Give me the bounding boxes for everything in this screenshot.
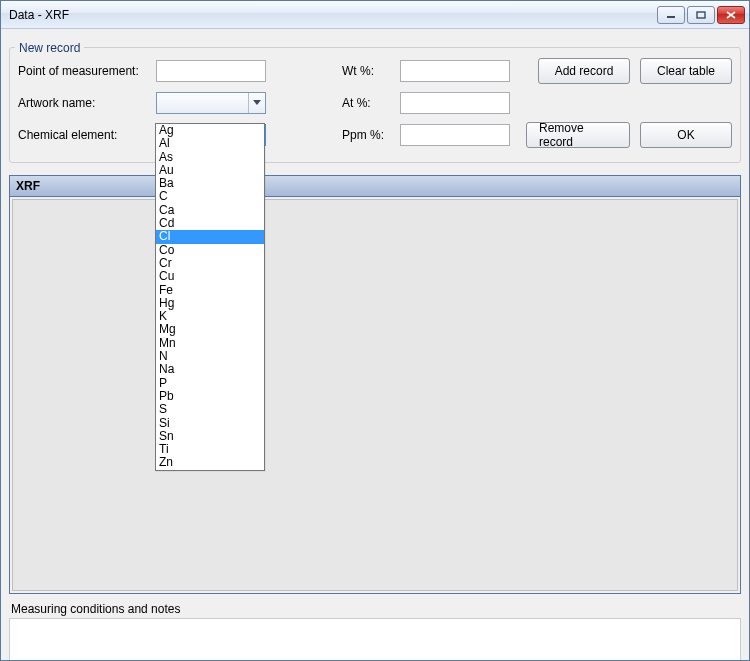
titlebar: Data - XRF (1, 1, 749, 29)
window-buttons (657, 6, 745, 24)
svg-rect-1 (697, 12, 705, 18)
element-option[interactable]: Cl (156, 230, 264, 243)
artwork-name-combo[interactable] (156, 92, 266, 114)
ppm-input[interactable] (400, 124, 510, 146)
element-option[interactable]: Zn (156, 456, 264, 469)
remove-record-button[interactable]: Remove record (526, 122, 630, 148)
element-option[interactable]: Al (156, 137, 264, 150)
ok-button[interactable]: OK (640, 122, 732, 148)
element-option[interactable]: Ag (156, 124, 264, 137)
groupbox-title: New record (15, 41, 84, 55)
element-option[interactable]: As (156, 151, 264, 164)
element-option[interactable]: Ca (156, 204, 264, 217)
close-button[interactable] (717, 6, 745, 24)
clear-table-button[interactable]: Clear table (640, 58, 732, 84)
maximize-icon (696, 11, 706, 19)
element-option[interactable]: Co (156, 244, 264, 257)
window: Data - XRF New record Point of measureme… (0, 0, 750, 661)
minimize-button[interactable] (657, 6, 685, 24)
element-option[interactable]: P (156, 377, 264, 390)
element-option[interactable]: Na (156, 363, 264, 376)
measuring-conditions-textarea[interactable] (9, 618, 741, 660)
element-option[interactable]: Au (156, 164, 264, 177)
add-record-button[interactable]: Add record (538, 58, 630, 84)
maximize-button[interactable] (687, 6, 715, 24)
window-title: Data - XRF (9, 8, 657, 22)
at-input[interactable] (400, 92, 510, 114)
close-icon (726, 11, 736, 19)
svg-rect-0 (667, 16, 675, 18)
chemical-element-dropdown[interactable]: AgAlAsAuBaCCaCdClCoCrCuFeHgKMgMnNNaPPbSS… (155, 123, 265, 471)
element-option[interactable]: Cu (156, 270, 264, 283)
xrf-header: XRF (10, 176, 740, 197)
label-point-of-measurement: Point of measurement: (18, 66, 148, 77)
element-option[interactable]: Si (156, 417, 264, 430)
chevron-down-icon (248, 93, 265, 113)
xrf-body (12, 199, 738, 591)
label-at: At %: (342, 96, 392, 110)
label-wt: Wt %: (342, 64, 392, 78)
label-ppm: Ppm %: (342, 128, 392, 142)
element-option[interactable]: K (156, 310, 264, 323)
wt-input[interactable] (400, 60, 510, 82)
element-option[interactable]: Sn (156, 430, 264, 443)
element-option[interactable]: Mn (156, 337, 264, 350)
element-option[interactable]: C (156, 190, 264, 203)
element-option[interactable]: Mg (156, 323, 264, 336)
xrf-panel: XRF (9, 175, 741, 594)
label-chemical-element: Chemical element: (18, 128, 148, 142)
minimize-icon (666, 11, 676, 19)
point-of-measurement-input[interactable] (156, 60, 266, 82)
new-record-group: Point of measurement: Wt %: Add record C… (9, 47, 741, 163)
element-option[interactable]: N (156, 350, 264, 363)
label-measuring-conditions: Measuring conditions and notes (11, 602, 741, 616)
element-option[interactable]: Cr (156, 257, 264, 270)
element-option[interactable]: Cd (156, 217, 264, 230)
client-area: New record Point of measurement: Wt %: A… (1, 29, 749, 660)
label-artwork-name: Artwork name: (18, 96, 148, 110)
element-option[interactable]: Pb (156, 390, 264, 403)
element-option[interactable]: Ti (156, 443, 264, 456)
element-option[interactable]: Fe (156, 284, 264, 297)
element-option[interactable]: S (156, 403, 264, 416)
element-option[interactable]: Hg (156, 297, 264, 310)
element-option[interactable]: Ba (156, 177, 264, 190)
